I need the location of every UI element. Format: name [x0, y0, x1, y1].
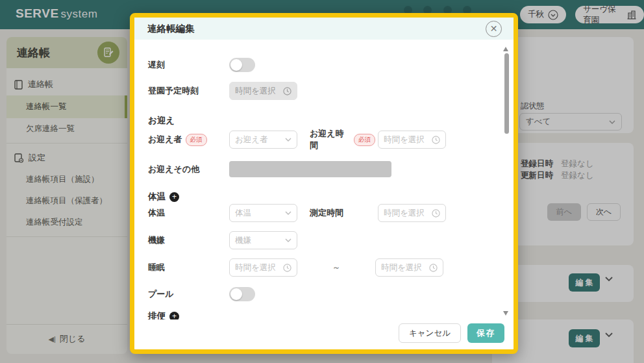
- temperature-section-label: 体温: [148, 191, 166, 203]
- save-button[interactable]: 保存: [467, 323, 504, 343]
- cancel-button[interactable]: キャンセル: [399, 323, 461, 343]
- temperature-select[interactable]: 体温: [229, 204, 297, 222]
- modal-title: 連絡帳編集: [147, 23, 195, 35]
- sleep-from-input[interactable]: 時間を選択: [229, 258, 297, 277]
- scrollbar-thumb[interactable]: [504, 53, 509, 134]
- chevron-down-icon: [285, 138, 291, 142]
- required-badge: 必須: [354, 134, 375, 146]
- pickup-other-row: お迎えその他: [148, 161, 481, 177]
- pool-toggle[interactable]: [229, 287, 255, 301]
- close-icon[interactable]: ✕: [486, 21, 502, 37]
- required-badge: 必須: [186, 134, 207, 146]
- sleep-to-input[interactable]: 時間を選択: [375, 258, 443, 277]
- app-root: SERVEsystem 千秋 サーヴ保育園 連絡帳: [0, 0, 644, 363]
- temperature-section-header: 体温 +: [148, 191, 481, 203]
- toggle-knob: [230, 288, 242, 300]
- mood-placeholder: 機嫌: [235, 235, 251, 246]
- clock-icon: [283, 87, 291, 95]
- pool-row: プール: [148, 287, 481, 301]
- sleep-row: 睡眠 時間を選択 ～ 時間を選択: [148, 258, 481, 277]
- sleep-label: 睡眠: [148, 262, 229, 273]
- pool-label: プール: [148, 288, 229, 300]
- bowel-section-label: 排便: [148, 310, 166, 319]
- clock-icon: [432, 209, 440, 218]
- pickup-time-placeholder: 時間を選択: [384, 134, 425, 145]
- clock-icon: [432, 136, 440, 144]
- pickup-time-input[interactable]: 時間を選択: [378, 131, 446, 149]
- pickup-time-label-text: お迎え時間: [310, 128, 351, 151]
- pickup-section-header: お迎え: [148, 115, 481, 127]
- clock-icon: [283, 264, 291, 272]
- mood-row: 機嫌 機嫌: [148, 231, 481, 249]
- mood-select[interactable]: 機嫌: [229, 231, 297, 249]
- toggle-knob: [230, 59, 242, 71]
- pickup-person-label: お迎え者 必須: [148, 134, 229, 146]
- sleep-from-placeholder: 時間を選択: [235, 262, 276, 273]
- measure-time-input[interactable]: 時間を選択: [378, 204, 446, 222]
- pickup-person-label-text: お迎え者: [148, 134, 182, 145]
- sleep-to-placeholder: 時間を選択: [381, 262, 422, 273]
- scrollbar-down-arrow[interactable]: [503, 311, 508, 316]
- arrival-time-label: 登園予定時刻: [148, 85, 229, 97]
- modal-body: 遅刻 登園予定時刻 時間を選択 お迎え お迎え者 必須 お迎え者: [134, 40, 514, 319]
- modal-header: 連絡帳編集 ✕: [134, 18, 514, 40]
- temperature-row: 体温 体温 測定時間 時間を選択: [148, 204, 481, 222]
- clock-icon: [429, 264, 438, 272]
- temperature-placeholder: 体温: [235, 208, 251, 219]
- mood-label: 機嫌: [148, 234, 229, 246]
- pickup-person-placeholder: お迎え者: [235, 134, 268, 145]
- temperature-label: 体温: [148, 207, 229, 219]
- pickup-time-label: お迎え時間 必須: [310, 128, 375, 151]
- add-circle-icon[interactable]: +: [169, 312, 179, 320]
- pickup-other-input: [229, 161, 391, 177]
- pickup-row: お迎え者 必須 お迎え者 お迎え時間 必須 時間を選択: [148, 128, 481, 151]
- arrival-time-row: 登園予定時刻 時間を選択: [148, 82, 481, 100]
- measure-time-placeholder: 時間を選択: [384, 208, 425, 219]
- sleep-range-tilde: ～: [297, 262, 375, 273]
- bowel-section-header: 排便 +: [148, 310, 481, 319]
- renrakucho-edit-modal: 連絡帳編集 ✕ 遅刻 登園予定時刻 時間を選択 お迎え お迎え者: [130, 13, 518, 354]
- modal-footer: キャンセル 保存: [134, 319, 514, 349]
- late-toggle[interactable]: [229, 58, 255, 72]
- arrival-time-placeholder: 時間を選択: [235, 86, 276, 97]
- add-circle-icon[interactable]: +: [169, 192, 179, 202]
- pickup-other-label: お迎えその他: [148, 164, 229, 175]
- chevron-down-icon: [285, 211, 291, 215]
- arrival-time-input: 時間を選択: [229, 82, 297, 100]
- late-label: 遅刻: [148, 59, 229, 71]
- scrollbar-up-arrow[interactable]: [503, 47, 508, 51]
- measure-time-label: 測定時間: [310, 207, 375, 219]
- late-row: 遅刻: [148, 58, 481, 72]
- chevron-down-icon: [285, 238, 291, 242]
- pickup-person-select[interactable]: お迎え者: [229, 131, 297, 149]
